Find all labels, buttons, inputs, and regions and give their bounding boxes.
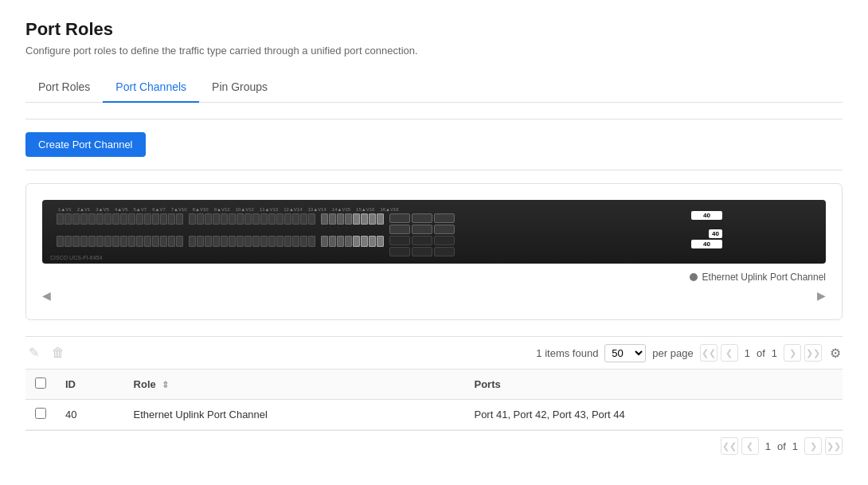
pagination: ❮❮ ❮ 1 of 1 ❯ ❯❯ — [700, 344, 822, 362]
create-port-channel-button[interactable]: Create Port Channel — [25, 132, 146, 157]
table-controls-top: ✎ 🗑 1 items found 50 25 100 per page ❮❮ … — [25, 336, 843, 369]
row-checkbox[interactable] — [35, 408, 46, 419]
tab-bar: Port Roles Port Channels Pin Groups — [25, 72, 843, 103]
pagination-bottom: ❮❮ ❮ 1 of 1 ❯ ❯❯ — [721, 437, 843, 455]
last-page-btn-bottom[interactable]: ❯❯ — [825, 437, 843, 455]
table-row: 40 Ethernet Uplink Port Channel Port 41,… — [25, 400, 843, 430]
table-settings-button[interactable]: ⚙ — [828, 344, 843, 362]
prev-page-btn-bottom[interactable]: ❮ — [741, 437, 759, 455]
delete-button[interactable]: 🗑 — [49, 343, 68, 362]
current-page-bottom: 1 — [762, 440, 774, 452]
scroll-hint: ◀ ▶ — [42, 287, 826, 303]
tab-pin-groups[interactable]: Pin Groups — [199, 72, 280, 103]
current-page: 1 — [741, 347, 753, 359]
per-page-select[interactable]: 50 25 100 — [604, 344, 646, 362]
next-page-btn[interactable]: ❯ — [784, 344, 801, 362]
select-all-header — [25, 370, 56, 400]
role-sort-icon: ⇕ — [162, 380, 169, 390]
row-checkbox-cell — [25, 400, 56, 430]
switch-model-label: CISCO UCS-FI-6454 — [50, 255, 102, 260]
items-found: 1 items found — [536, 347, 598, 359]
prev-page-btn[interactable]: ❮ — [721, 344, 738, 362]
select-all-checkbox[interactable] — [35, 377, 46, 389]
tab-port-channels[interactable]: Port Channels — [103, 72, 199, 103]
total-pages: 1 — [768, 347, 780, 359]
per-page-label: per page — [652, 347, 693, 359]
col-header-id: ID — [56, 370, 124, 400]
diagram-legend: Ethernet Uplink Port Channel — [42, 272, 826, 283]
col-header-role: Role ⇕ — [124, 370, 465, 400]
switch-diagram-container: 1▲V12▲V13▲V54▲V55▲V76▲V7 7▲V108▲V109▲V12… — [25, 183, 843, 320]
toolbar: Create Port Channel — [25, 132, 843, 157]
switch-visual: 1▲V12▲V13▲V54▲V55▲V76▲V7 7▲V108▲V109▲V12… — [42, 200, 826, 264]
last-page-btn[interactable]: ❯❯ — [804, 344, 822, 362]
first-page-btn[interactable]: ❮❮ — [700, 344, 717, 362]
cell-role: Ethernet Uplink Port Channel — [124, 400, 465, 430]
page-title: Port Roles — [25, 19, 843, 40]
tab-port-roles[interactable]: Port Roles — [25, 72, 103, 103]
total-pages-bottom: 1 — [789, 440, 801, 452]
data-table: ID Role ⇕ Ports 40 Ethernet Uplink Port … — [25, 369, 843, 430]
edit-button[interactable]: ✎ — [25, 343, 42, 362]
cell-id: 40 — [56, 400, 124, 430]
page-subtitle: Configure port roles to define the traff… — [25, 45, 843, 57]
first-page-btn-bottom[interactable]: ❮❮ — [721, 437, 738, 455]
col-header-ports: Ports — [464, 370, 843, 400]
table-controls-bottom: ❮❮ ❮ 1 of 1 ❯ ❯❯ — [25, 430, 843, 461]
cell-ports: Port 41, Port 42, Port 43, Port 44 — [464, 400, 843, 430]
next-page-btn-bottom[interactable]: ❯ — [804, 437, 822, 455]
